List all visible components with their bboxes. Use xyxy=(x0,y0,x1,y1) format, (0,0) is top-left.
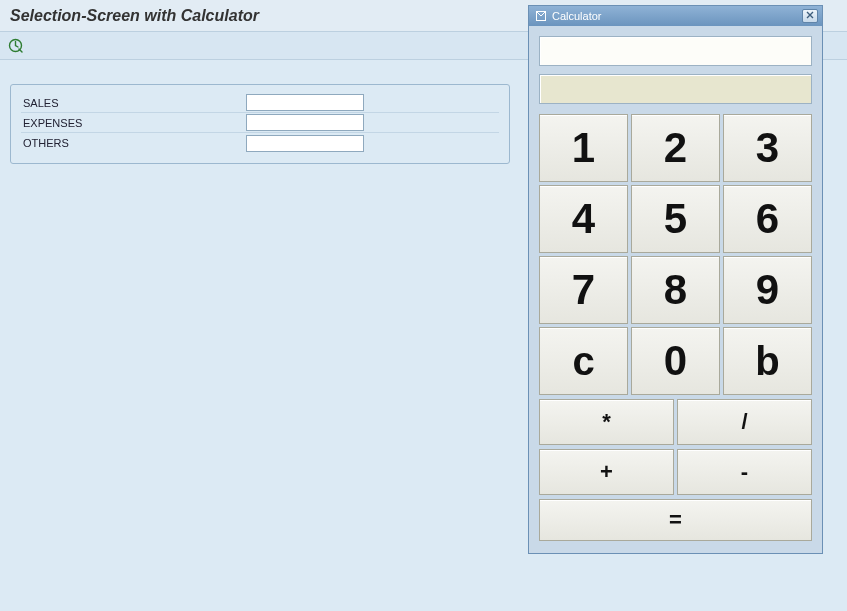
execute-icon[interactable] xyxy=(8,38,23,53)
form-row-others: OTHERS xyxy=(21,133,499,153)
calculator-titlebar[interactable]: Calculator xyxy=(529,6,822,26)
key-2[interactable]: 2 xyxy=(631,114,720,182)
key-3[interactable]: 3 xyxy=(723,114,812,182)
input-expenses[interactable] xyxy=(246,114,364,131)
calculator-title-left: Calculator xyxy=(535,10,602,22)
key-4[interactable]: 4 xyxy=(539,185,628,253)
calculator-dialog: Calculator 1 2 3 4 5 6 7 8 9 c 0 b * / xyxy=(528,5,823,554)
calculator-body: 1 2 3 4 5 6 7 8 9 c 0 b * / + - = xyxy=(529,26,822,553)
calculator-display-secondary xyxy=(539,74,812,104)
label-expenses: EXPENSES xyxy=(21,117,246,129)
key-1[interactable]: 1 xyxy=(539,114,628,182)
input-others[interactable] xyxy=(246,135,364,152)
key-minus[interactable]: - xyxy=(677,449,812,495)
form-row-sales: SALES xyxy=(21,93,499,113)
input-sales[interactable] xyxy=(246,94,364,111)
calculator-equals-row: = xyxy=(539,499,812,541)
close-button[interactable] xyxy=(802,9,818,23)
key-8[interactable]: 8 xyxy=(631,256,720,324)
label-sales: SALES xyxy=(21,97,246,109)
key-back[interactable]: b xyxy=(723,327,812,395)
calculator-keypad: 1 2 3 4 5 6 7 8 9 c 0 b xyxy=(539,114,812,395)
key-plus[interactable]: + xyxy=(539,449,674,495)
key-6[interactable]: 6 xyxy=(723,185,812,253)
key-divide[interactable]: / xyxy=(677,399,812,445)
label-others: OTHERS xyxy=(21,137,246,149)
dialog-icon xyxy=(535,10,547,22)
key-0[interactable]: 0 xyxy=(631,327,720,395)
page-title: Selection-Screen with Calculator xyxy=(10,7,259,25)
calculator-display-primary xyxy=(539,36,812,66)
key-equals[interactable]: = xyxy=(539,499,812,541)
key-5[interactable]: 5 xyxy=(631,185,720,253)
key-9[interactable]: 9 xyxy=(723,256,812,324)
form-panel: SALES EXPENSES OTHERS xyxy=(10,84,510,164)
form-row-expenses: EXPENSES xyxy=(21,113,499,133)
calculator-ops-row-2: + - xyxy=(539,449,812,495)
calculator-title: Calculator xyxy=(552,10,602,22)
key-7[interactable]: 7 xyxy=(539,256,628,324)
close-icon xyxy=(806,11,814,21)
key-clear[interactable]: c xyxy=(539,327,628,395)
calculator-ops-row-1: * / xyxy=(539,399,812,445)
key-multiply[interactable]: * xyxy=(539,399,674,445)
